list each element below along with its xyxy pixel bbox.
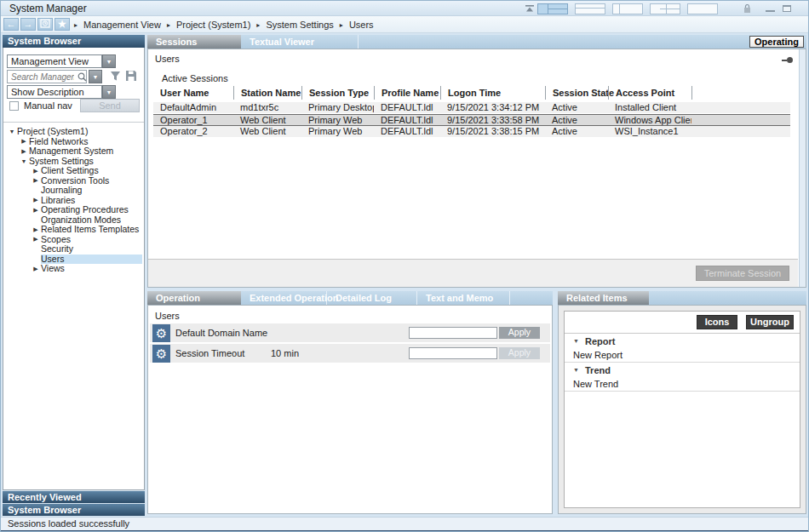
default-domain-input[interactable] bbox=[409, 327, 497, 339]
related-item-new-report[interactable]: New Report bbox=[565, 348, 800, 363]
search-dropdown-arrow-icon[interactable]: ▼ bbox=[89, 70, 102, 83]
apply-button-disabled[interactable]: Apply bbox=[499, 347, 540, 359]
column-session-type[interactable]: Session Type bbox=[301, 86, 374, 100]
related-group-report[interactable]: ▼ Report bbox=[565, 334, 800, 348]
tree-item-related-items-templates[interactable]: Related Items Templates bbox=[3, 225, 142, 235]
filter-icon[interactable] bbox=[110, 71, 121, 82]
layout-preset-buttons bbox=[537, 3, 718, 14]
view-mode-select[interactable]: Management View bbox=[7, 54, 102, 68]
active-sessions-label: Active Sessions bbox=[162, 73, 228, 83]
tree-item-client-settings[interactable]: Client Settings bbox=[3, 166, 142, 176]
expand-arrow-icon[interactable]: ▼ bbox=[573, 367, 585, 373]
related-item-new-trend[interactable]: New Trend bbox=[565, 377, 800, 392]
terminate-session-button[interactable]: Terminate Session bbox=[696, 266, 789, 281]
column-filler bbox=[691, 86, 790, 100]
tab-sessions[interactable]: Sessions bbox=[147, 35, 241, 49]
tab-detailed-log[interactable]: Detailed Log bbox=[327, 291, 417, 305]
session-timeout-input[interactable] bbox=[409, 347, 497, 359]
icons-button[interactable]: Icons bbox=[697, 315, 737, 329]
recently-viewed-bar[interactable]: Recently Viewed bbox=[3, 491, 145, 503]
system-browser-bar[interactable]: System Browser bbox=[3, 504, 145, 516]
expand-arrow-icon[interactable] bbox=[19, 158, 29, 164]
ungroup-button[interactable]: Ungroup bbox=[746, 315, 794, 329]
operation-value: 10 min bbox=[271, 348, 409, 358]
minimize-button[interactable] bbox=[766, 9, 775, 12]
expand-arrow-icon[interactable] bbox=[7, 129, 17, 134]
collapse-arrow-icon[interactable] bbox=[31, 168, 41, 174]
save-icon[interactable] bbox=[125, 70, 137, 82]
operating-button[interactable]: Operating bbox=[749, 36, 804, 48]
layout-preset-1-button[interactable] bbox=[537, 3, 568, 14]
collapse-arrow-icon[interactable] bbox=[19, 148, 29, 155]
session-row-defaultadmin[interactable]: DefaultAdmin md1txr5c Primary Desktop DE… bbox=[153, 102, 790, 114]
favorites-star-icon[interactable]: ★ bbox=[55, 18, 70, 31]
layout-preset-3-button[interactable] bbox=[612, 3, 643, 14]
vertical-scrollbar[interactable] bbox=[799, 49, 806, 287]
tree-item-management-system[interactable]: Management System bbox=[3, 146, 142, 157]
status-bar: Sessions loaded successfully bbox=[1, 517, 808, 530]
collapse-panes-icon[interactable] bbox=[525, 4, 535, 13]
sessions-footer: Terminate Session bbox=[148, 259, 798, 287]
tab-textual-viewer[interactable]: Textual Viewer bbox=[241, 35, 359, 49]
collapse-arrow-icon[interactable] bbox=[31, 207, 41, 214]
pin-icon[interactable] bbox=[782, 57, 794, 63]
related-items-toolbar: Icons Ungroup bbox=[565, 312, 800, 334]
session-timeout-row: ⚙ Session Timeout 10 min Apply bbox=[150, 344, 550, 363]
related-group-trend[interactable]: ▼ Trend bbox=[565, 363, 800, 377]
tree-item-views[interactable]: Views bbox=[3, 264, 142, 274]
column-station-name[interactable]: Station Name bbox=[233, 86, 301, 100]
expand-arrow-icon[interactable]: ▼ bbox=[573, 338, 585, 344]
tree-item-security[interactable]: Security bbox=[3, 244, 142, 255]
manual-nav-checkbox[interactable] bbox=[9, 101, 19, 111]
breadcrumb-management-view[interactable]: Management View bbox=[83, 20, 161, 30]
column-profile-name[interactable]: Profile Name bbox=[374, 86, 440, 100]
collapse-arrow-icon[interactable] bbox=[31, 197, 41, 203]
restore-button[interactable] bbox=[783, 5, 791, 12]
send-button[interactable]: Send bbox=[80, 99, 140, 112]
collapse-arrow-icon[interactable] bbox=[19, 138, 29, 145]
description-dropdown-arrow-icon[interactable]: ▼ bbox=[102, 85, 116, 99]
operation-label: Default Domain Name bbox=[175, 328, 271, 338]
lock-icon[interactable] bbox=[743, 4, 751, 14]
column-user-name[interactable]: User Name bbox=[153, 86, 233, 100]
description-mode-select[interactable]: Show Description bbox=[7, 85, 102, 99]
collapse-arrow-icon[interactable] bbox=[31, 236, 41, 243]
apply-button[interactable]: Apply bbox=[499, 327, 540, 339]
breadcrumb-system-settings[interactable]: System Settings bbox=[266, 20, 333, 30]
breadcrumb-arrow-icon: ▸ bbox=[74, 21, 77, 29]
layout-preset-2-button[interactable] bbox=[575, 3, 605, 14]
tree-item-journaling[interactable]: Journaling bbox=[3, 186, 142, 196]
operation-tab-bar: Operation Extended Operation Detailed Lo… bbox=[147, 291, 553, 305]
breadcrumb-users[interactable]: Users bbox=[349, 20, 374, 30]
layout-preset-5-button[interactable] bbox=[687, 3, 718, 14]
title-bar: System Manager bbox=[1, 1, 808, 16]
history-icon[interactable] bbox=[37, 18, 53, 31]
column-logon-time[interactable]: Logon Time bbox=[440, 86, 545, 100]
tab-extended-operation[interactable]: Extended Operation bbox=[241, 291, 327, 305]
primary-tab-bar: Sessions Textual Viewer Operating bbox=[147, 35, 806, 49]
search-input[interactable] bbox=[7, 70, 87, 83]
layout-preset-4-button[interactable] bbox=[650, 3, 680, 14]
forward-button[interactable]: → bbox=[20, 18, 36, 31]
column-access-point[interactable]: Access Point bbox=[608, 86, 691, 100]
breadcrumb-project[interactable]: Project (System1) bbox=[176, 20, 250, 30]
manual-nav-label: Manual nav bbox=[24, 100, 72, 111]
related-items-panel: Icons Ungroup ▼ Report New Report ▼ Tren… bbox=[558, 305, 806, 514]
system-manager-window: System Manager ← → ★ ▸ bbox=[0, 0, 809, 532]
back-button[interactable]: ← bbox=[3, 18, 19, 31]
system-browser-panel: Management View ▼ ▼ Show Description ▼ M… bbox=[3, 48, 145, 490]
view-mode-dropdown-arrow-icon[interactable]: ▼ bbox=[102, 54, 116, 68]
tree-item-operating-procedures[interactable]: Operating Procedures bbox=[3, 205, 142, 215]
tree-item-project[interactable]: Project (System1) bbox=[3, 127, 142, 137]
tree-item-users[interactable]: Users bbox=[3, 255, 142, 265]
tab-related-items[interactable]: Related Items bbox=[558, 291, 649, 305]
collapse-arrow-icon[interactable] bbox=[31, 177, 41, 184]
column-session-state[interactable]: Session State bbox=[545, 86, 608, 100]
session-row-operator-2[interactable]: Operator_2 Web Client Primary Web DEFAUL… bbox=[153, 126, 790, 138]
tab-operation[interactable]: Operation bbox=[147, 291, 241, 305]
sessions-pane: Users Active Sessions User Name Station … bbox=[147, 49, 806, 288]
collapse-arrow-icon[interactable] bbox=[31, 226, 41, 233]
collapse-arrow-icon[interactable] bbox=[31, 266, 41, 272]
tab-text-and-memo[interactable]: Text and Memo bbox=[417, 291, 510, 305]
session-row-operator-1[interactable]: Operator_1 Web Client Primary Web DEFAUL… bbox=[153, 114, 790, 126]
